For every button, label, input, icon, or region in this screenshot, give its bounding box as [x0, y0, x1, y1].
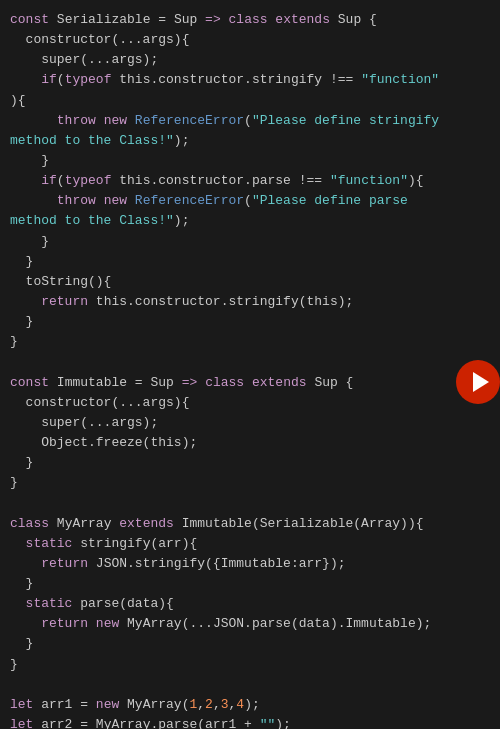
line-14: toString(){	[10, 272, 500, 292]
line-28: return JSON.stringify({Immutable:arr});	[10, 554, 500, 574]
line-15: return this.constructor.stringify(this);	[10, 292, 500, 312]
line-27: static stringify(arr){	[10, 534, 500, 554]
arrow-button[interactable]	[456, 360, 500, 404]
line-34	[10, 675, 500, 695]
line-5: ){	[10, 91, 500, 111]
line-32: }	[10, 634, 500, 654]
line-26: class MyArray extends Immutable(Serializ…	[10, 514, 500, 534]
code-editor: const Serializable = Sup => class extend…	[0, 0, 500, 729]
line-16: }	[10, 312, 500, 332]
line-22: Object.freeze(this);	[10, 433, 500, 453]
line-3: super(...args);	[10, 50, 500, 70]
line-30: static parse(data){	[10, 594, 500, 614]
line-8: }	[10, 151, 500, 171]
line-35: let arr1 = new MyArray(1,2,3,4);	[10, 695, 500, 715]
line-33: }	[10, 655, 500, 675]
line-29: }	[10, 574, 500, 594]
line-10: throw new ReferenceError("Please define …	[10, 191, 500, 211]
line-7: method to the Class!");	[10, 131, 500, 151]
line-4: if(typeof this.constructor.stringify !==…	[10, 70, 500, 90]
line-13: }	[10, 252, 500, 272]
line-11: method to the Class!");	[10, 211, 500, 231]
line-9: if(typeof this.constructor.parse !== "fu…	[10, 171, 500, 191]
line-21: super(...args);	[10, 413, 500, 433]
line-23: }	[10, 453, 500, 473]
line-17: }	[10, 332, 500, 352]
line-20: constructor(...args){	[10, 393, 500, 413]
line-12: }	[10, 232, 500, 252]
line-19: const Immutable = Sup => class extends S…	[10, 373, 500, 393]
line-31: return new MyArray(...JSON.parse(data).I…	[10, 614, 500, 634]
line-6: throw new ReferenceError("Please define …	[10, 111, 500, 131]
line-25	[10, 493, 500, 513]
line-24: }	[10, 473, 500, 493]
line-18	[10, 352, 500, 372]
line-2: constructor(...args){	[10, 30, 500, 50]
line-36: let arr2 = MyArray.parse(arr1 + "");	[10, 715, 500, 729]
line-1: const Serializable = Sup => class extend…	[10, 10, 500, 30]
